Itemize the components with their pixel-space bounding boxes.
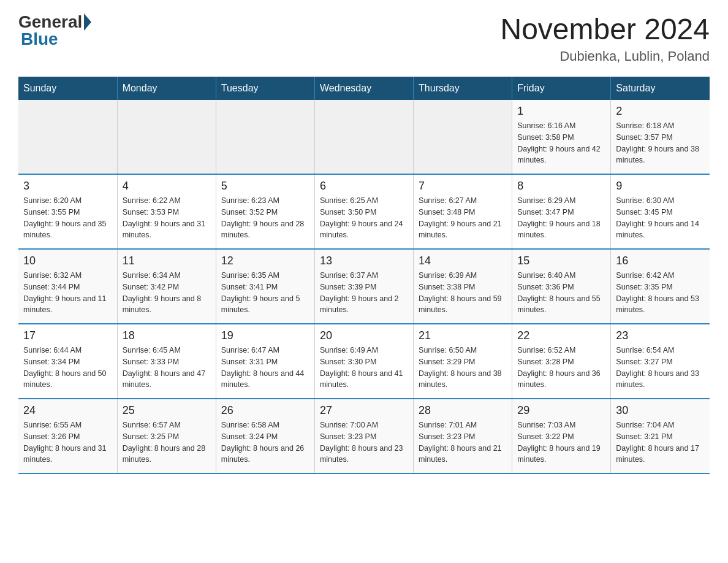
day-info: Sunrise: 6:30 AM Sunset: 3:45 PM Dayligh…: [616, 195, 705, 241]
day-info: Sunrise: 6:50 AM Sunset: 3:29 PM Dayligh…: [419, 345, 507, 391]
title-area: November 2024 Dubienka, Lublin, Poland: [500, 12, 710, 64]
calendar-cell: 14Sunrise: 6:39 AM Sunset: 3:38 PM Dayli…: [414, 249, 512, 324]
page-header: General Blue November 2024 Dubienka, Lub…: [18, 12, 710, 64]
day-info: Sunrise: 6:34 AM Sunset: 3:42 PM Dayligh…: [123, 270, 211, 316]
day-info: Sunrise: 6:42 AM Sunset: 3:35 PM Dayligh…: [616, 270, 705, 316]
header-wednesday: Wednesday: [314, 77, 413, 100]
month-title: November 2024: [500, 12, 710, 46]
day-number: 10: [23, 255, 112, 267]
day-number: 7: [419, 180, 507, 193]
day-info: Sunrise: 6:40 AM Sunset: 3:36 PM Dayligh…: [517, 270, 605, 316]
day-number: 24: [23, 404, 112, 417]
header-monday: Monday: [117, 77, 216, 100]
calendar-body: 1Sunrise: 6:16 AM Sunset: 3:58 PM Daylig…: [18, 100, 710, 473]
calendar-cell: 2Sunrise: 6:18 AM Sunset: 3:57 PM Daylig…: [611, 100, 710, 174]
day-number: 15: [517, 255, 605, 267]
calendar-cell: 26Sunrise: 6:58 AM Sunset: 3:24 PM Dayli…: [216, 399, 314, 473]
day-info: Sunrise: 6:32 AM Sunset: 3:44 PM Dayligh…: [23, 270, 112, 316]
day-info: Sunrise: 6:58 AM Sunset: 3:24 PM Dayligh…: [221, 419, 309, 465]
calendar-cell: [18, 100, 117, 174]
calendar-cell: [314, 100, 413, 174]
header-friday: Friday: [512, 77, 611, 100]
day-info: Sunrise: 6:52 AM Sunset: 3:28 PM Dayligh…: [517, 345, 605, 391]
calendar-cell: 7Sunrise: 6:27 AM Sunset: 3:48 PM Daylig…: [414, 174, 512, 249]
day-info: Sunrise: 6:37 AM Sunset: 3:39 PM Dayligh…: [320, 270, 408, 316]
day-info: Sunrise: 6:49 AM Sunset: 3:30 PM Dayligh…: [320, 345, 408, 391]
header-row: Sunday Monday Tuesday Wednesday Thursday…: [18, 77, 710, 100]
day-info: Sunrise: 6:18 AM Sunset: 3:57 PM Dayligh…: [616, 120, 705, 166]
day-info: Sunrise: 7:03 AM Sunset: 3:22 PM Dayligh…: [517, 419, 605, 465]
calendar-cell: 11Sunrise: 6:34 AM Sunset: 3:42 PM Dayli…: [117, 249, 216, 324]
day-number: 12: [221, 255, 309, 267]
calendar-cell: 12Sunrise: 6:35 AM Sunset: 3:41 PM Dayli…: [216, 249, 314, 324]
day-info: Sunrise: 6:45 AM Sunset: 3:33 PM Dayligh…: [123, 345, 211, 391]
calendar-cell: 15Sunrise: 6:40 AM Sunset: 3:36 PM Dayli…: [512, 249, 611, 324]
day-number: 20: [320, 329, 408, 342]
calendar-cell: [216, 100, 314, 174]
day-number: 21: [419, 329, 507, 342]
calendar-cell: 24Sunrise: 6:55 AM Sunset: 3:26 PM Dayli…: [18, 399, 117, 473]
calendar-cell: 28Sunrise: 7:01 AM Sunset: 3:23 PM Dayli…: [414, 399, 512, 473]
day-number: 2: [616, 105, 705, 118]
logo-arrow-icon: [84, 13, 91, 31]
calendar-week-1: 1Sunrise: 6:16 AM Sunset: 3:58 PM Daylig…: [18, 100, 710, 174]
day-info: Sunrise: 7:01 AM Sunset: 3:23 PM Dayligh…: [419, 419, 507, 465]
day-number: 27: [320, 404, 408, 417]
day-number: 23: [616, 329, 705, 342]
day-number: 13: [320, 255, 408, 267]
calendar-cell: 22Sunrise: 6:52 AM Sunset: 3:28 PM Dayli…: [512, 324, 611, 399]
day-info: Sunrise: 6:27 AM Sunset: 3:48 PM Dayligh…: [419, 195, 507, 241]
day-number: 16: [616, 255, 705, 267]
header-tuesday: Tuesday: [216, 77, 314, 100]
day-number: 28: [419, 404, 507, 417]
day-number: 1: [517, 105, 605, 118]
day-info: Sunrise: 6:16 AM Sunset: 3:58 PM Dayligh…: [517, 120, 605, 166]
day-info: Sunrise: 7:00 AM Sunset: 3:23 PM Dayligh…: [320, 419, 408, 465]
day-info: Sunrise: 6:29 AM Sunset: 3:47 PM Dayligh…: [517, 195, 605, 241]
day-info: Sunrise: 6:25 AM Sunset: 3:50 PM Dayligh…: [320, 195, 408, 241]
day-info: Sunrise: 6:47 AM Sunset: 3:31 PM Dayligh…: [221, 345, 309, 391]
day-number: 29: [517, 404, 605, 417]
calendar-cell: 4Sunrise: 6:22 AM Sunset: 3:53 PM Daylig…: [117, 174, 216, 249]
logo: General Blue: [18, 12, 91, 49]
day-number: 26: [221, 404, 309, 417]
day-number: 9: [616, 180, 705, 193]
calendar-table: Sunday Monday Tuesday Wednesday Thursday…: [18, 77, 710, 474]
calendar-header: Sunday Monday Tuesday Wednesday Thursday…: [18, 77, 710, 100]
calendar-cell: 23Sunrise: 6:54 AM Sunset: 3:27 PM Dayli…: [611, 324, 710, 399]
calendar-cell: 17Sunrise: 6:44 AM Sunset: 3:34 PM Dayli…: [18, 324, 117, 399]
day-number: 18: [123, 329, 211, 342]
calendar-cell: 29Sunrise: 7:03 AM Sunset: 3:22 PM Dayli…: [512, 399, 611, 473]
day-info: Sunrise: 6:20 AM Sunset: 3:55 PM Dayligh…: [23, 195, 112, 241]
calendar-cell: 3Sunrise: 6:20 AM Sunset: 3:55 PM Daylig…: [18, 174, 117, 249]
calendar-cell: 30Sunrise: 7:04 AM Sunset: 3:21 PM Dayli…: [611, 399, 710, 473]
calendar-cell: [117, 100, 216, 174]
calendar-week-2: 3Sunrise: 6:20 AM Sunset: 3:55 PM Daylig…: [18, 174, 710, 249]
day-number: 4: [123, 180, 211, 193]
calendar-week-5: 24Sunrise: 6:55 AM Sunset: 3:26 PM Dayli…: [18, 399, 710, 473]
day-number: 6: [320, 180, 408, 193]
day-number: 5: [221, 180, 309, 193]
calendar-cell: [414, 100, 512, 174]
location-subtitle: Dubienka, Lublin, Poland: [500, 48, 710, 64]
calendar-cell: 20Sunrise: 6:49 AM Sunset: 3:30 PM Dayli…: [314, 324, 413, 399]
calendar-week-4: 17Sunrise: 6:44 AM Sunset: 3:34 PM Dayli…: [18, 324, 710, 399]
calendar-cell: 25Sunrise: 6:57 AM Sunset: 3:25 PM Dayli…: [117, 399, 216, 473]
calendar-cell: 27Sunrise: 7:00 AM Sunset: 3:23 PM Dayli…: [314, 399, 413, 473]
day-info: Sunrise: 6:39 AM Sunset: 3:38 PM Dayligh…: [419, 270, 507, 316]
calendar-cell: 8Sunrise: 6:29 AM Sunset: 3:47 PM Daylig…: [512, 174, 611, 249]
calendar-cell: 9Sunrise: 6:30 AM Sunset: 3:45 PM Daylig…: [611, 174, 710, 249]
header-sunday: Sunday: [18, 77, 117, 100]
day-number: 30: [616, 404, 705, 417]
calendar-cell: 10Sunrise: 6:32 AM Sunset: 3:44 PM Dayli…: [18, 249, 117, 324]
calendar-cell: 5Sunrise: 6:23 AM Sunset: 3:52 PM Daylig…: [216, 174, 314, 249]
calendar-cell: 18Sunrise: 6:45 AM Sunset: 3:33 PM Dayli…: [117, 324, 216, 399]
day-number: 17: [23, 329, 112, 342]
calendar-cell: 1Sunrise: 6:16 AM Sunset: 3:58 PM Daylig…: [512, 100, 611, 174]
header-saturday: Saturday: [611, 77, 710, 100]
day-info: Sunrise: 6:23 AM Sunset: 3:52 PM Dayligh…: [221, 195, 309, 241]
day-info: Sunrise: 6:35 AM Sunset: 3:41 PM Dayligh…: [221, 270, 309, 316]
calendar-cell: 16Sunrise: 6:42 AM Sunset: 3:35 PM Dayli…: [611, 249, 710, 324]
calendar-cell: 19Sunrise: 6:47 AM Sunset: 3:31 PM Dayli…: [216, 324, 314, 399]
day-info: Sunrise: 6:55 AM Sunset: 3:26 PM Dayligh…: [23, 419, 112, 465]
